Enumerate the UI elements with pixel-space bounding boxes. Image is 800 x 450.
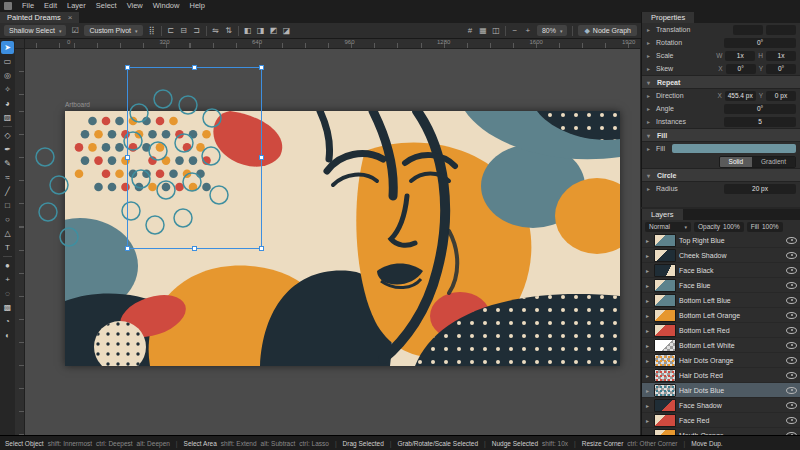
clone-tool[interactable]: ◌ <box>1 287 14 300</box>
artboard-label[interactable]: Artboard <box>65 101 90 108</box>
translation-y-field[interactable] <box>766 25 796 35</box>
chevron-right-icon[interactable]: ▸ <box>647 105 653 112</box>
selection-bounding-box[interactable] <box>127 67 262 249</box>
visibility-eye-icon[interactable] <box>786 372 797 379</box>
menu-edit[interactable]: Edit <box>39 0 62 12</box>
rotation-field[interactable]: 0° <box>724 38 796 48</box>
chevron-right-icon[interactable]: ▸ <box>647 92 653 99</box>
circle-section-header[interactable]: ▾ Circle <box>642 168 800 182</box>
chevron-right-icon[interactable]: ▸ <box>647 145 653 152</box>
boolean-difference-icon[interactable]: ◪ <box>281 25 293 37</box>
menu-view[interactable]: View <box>122 0 148 12</box>
selection-handle[interactable] <box>192 246 197 251</box>
fill-solid-button[interactable]: Solid <box>720 157 752 167</box>
eyedropper-tool[interactable]: ✧ <box>1 83 14 96</box>
menu-layer[interactable]: Layer <box>62 0 91 12</box>
selection-handle[interactable] <box>259 155 264 160</box>
visibility-eye-icon[interactable] <box>786 402 797 409</box>
chevron-right-icon[interactable]: ▸ <box>646 402 651 409</box>
tab-properties[interactable]: Properties <box>642 12 694 23</box>
line-tool[interactable]: ╱ <box>1 185 14 198</box>
chevron-right-icon[interactable]: ▸ <box>646 342 651 349</box>
visibility-eye-icon[interactable] <box>786 327 797 334</box>
menu-help[interactable]: Help <box>184 0 209 12</box>
rectangle-tool[interactable]: □ <box>1 199 14 212</box>
overlays-icon[interactable]: ◫ <box>490 25 502 37</box>
pivot-checkbox-icon[interactable]: ☑ <box>69 25 81 37</box>
layer-fill-control[interactable]: Fill 100% <box>747 222 783 232</box>
chevron-right-icon[interactable]: ▸ <box>646 282 651 289</box>
boolean-subtract-icon[interactable]: ◨ <box>255 25 267 37</box>
align-right-icon[interactable]: ⊐ <box>191 25 203 37</box>
layer-row[interactable]: ▸Face Blue <box>642 278 800 293</box>
layer-row[interactable]: ▸Face Red <box>642 413 800 428</box>
chevron-right-icon[interactable]: ▸ <box>646 372 651 379</box>
pen-tool[interactable]: ✒ <box>1 143 14 156</box>
selection-handle[interactable] <box>125 155 130 160</box>
selection-handle[interactable] <box>192 65 197 70</box>
layer-row[interactable]: ▸Bottom Left Blue <box>642 293 800 308</box>
boolean-intersect-icon[interactable]: ◩ <box>268 25 280 37</box>
visibility-eye-icon[interactable] <box>786 342 797 349</box>
chevron-right-icon[interactable]: ▸ <box>647 118 653 125</box>
visibility-eye-icon[interactable] <box>786 282 797 289</box>
menu-select[interactable]: Select <box>91 0 122 12</box>
pivot-mode-dropdown[interactable]: Custom Pivot ▾ <box>84 25 142 36</box>
chevron-right-icon[interactable]: ▸ <box>647 39 653 46</box>
translation-x-field[interactable] <box>733 25 763 35</box>
selection-handle[interactable] <box>259 65 264 70</box>
gradient-tool[interactable]: ▨ <box>1 111 14 124</box>
chevron-right-icon[interactable]: ▸ <box>646 417 651 424</box>
chevron-right-icon[interactable]: ▸ <box>646 312 651 319</box>
chevron-right-icon[interactable]: ▸ <box>647 65 653 72</box>
artboard-tool[interactable]: ▭ <box>1 55 14 68</box>
node-graph-button[interactable]: ◆ Node Graph <box>578 25 637 36</box>
ellipse-tool[interactable]: ○ <box>1 213 14 226</box>
chevron-right-icon[interactable]: ▸ <box>646 387 651 394</box>
scale-w-field[interactable]: 1x <box>725 51 755 61</box>
tab-layers[interactable]: Layers <box>642 209 683 220</box>
layer-row[interactable]: ▸Face Black <box>642 263 800 278</box>
visibility-eye-icon[interactable] <box>786 267 797 274</box>
menu-window[interactable]: Window <box>148 0 185 12</box>
selection-handle[interactable] <box>125 246 130 251</box>
select-tool[interactable]: ➤ <box>1 41 14 54</box>
layer-row[interactable]: ▸Face Shadow <box>642 398 800 413</box>
layer-row[interactable]: ▸Hair Dots Red <box>642 368 800 383</box>
chevron-right-icon[interactable]: ▸ <box>646 357 651 364</box>
fill-color-swatch[interactable] <box>672 144 796 153</box>
zoom-out-icon[interactable]: − <box>509 25 521 37</box>
repeat-section-header[interactable]: ▾ Repeat <box>642 75 800 89</box>
chevron-right-icon[interactable]: ▸ <box>647 52 653 59</box>
text-tool[interactable]: T <box>1 241 14 254</box>
layer-row[interactable]: ▸Top Right Blue <box>642 233 800 248</box>
path-tool[interactable]: ◇ <box>1 129 14 142</box>
chevron-right-icon[interactable]: ▸ <box>646 252 651 259</box>
zoom-in-icon[interactable]: + <box>522 25 534 37</box>
selection-handle[interactable] <box>125 65 130 70</box>
grid-icon[interactable]: ▦ <box>477 25 489 37</box>
chevron-right-icon[interactable]: ▸ <box>646 327 651 334</box>
polygon-tool[interactable]: △ <box>1 227 14 240</box>
fill-tool[interactable]: ◕ <box>1 97 14 110</box>
heal-tool[interactable]: + <box>1 273 14 286</box>
snapping-icon[interactable]: # <box>464 25 476 37</box>
chevron-right-icon[interactable]: ▸ <box>647 26 653 33</box>
close-icon[interactable]: × <box>68 13 73 22</box>
flip-horizontal-icon[interactable]: ⇋ <box>210 25 222 37</box>
fill-section-header[interactable]: ▾ Fill <box>642 128 800 142</box>
chevron-right-icon[interactable]: ▸ <box>646 297 651 304</box>
canvas-area[interactable]: 0320640960128016001920 Artboard <box>15 39 640 435</box>
visibility-eye-icon[interactable] <box>786 387 797 394</box>
freehand-tool[interactable]: ✎ <box>1 157 14 170</box>
navigate-tool[interactable]: ◎ <box>1 69 14 82</box>
blend-mode-dropdown[interactable]: Normal ▾ <box>645 222 691 232</box>
align-left-icon[interactable]: ⊏ <box>165 25 177 37</box>
detail-tool[interactable]: ◔ <box>1 315 14 328</box>
direction-y-field[interactable]: 0 px <box>766 91 796 101</box>
layer-row[interactable]: ▸Bottom Left Orange <box>642 308 800 323</box>
angle-field[interactable]: 0° <box>724 104 796 114</box>
boolean-union-icon[interactable]: ◧ <box>242 25 254 37</box>
chevron-right-icon[interactable]: ▸ <box>647 185 653 192</box>
relight-tool[interactable]: ◐ <box>1 329 14 342</box>
